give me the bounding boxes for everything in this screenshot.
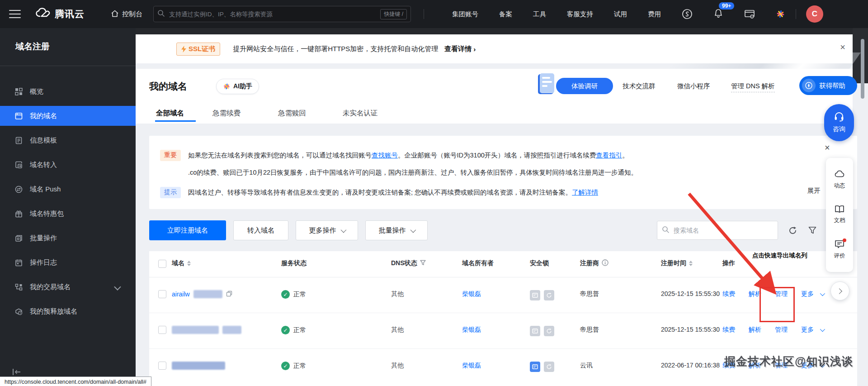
dns-resolve-link[interactable]: 解析 [749, 326, 761, 334]
domain-search-input[interactable] [673, 226, 773, 234]
shortcut-hint: 快捷键 / [380, 9, 407, 19]
manage-dns-link[interactable]: 管理 DNS 解析 [731, 82, 775, 92]
window-icon [14, 112, 23, 120]
collapse-sidebar-icon[interactable] [12, 368, 22, 377]
menu-item-support[interactable]: 客服支持 [567, 10, 593, 19]
banner-details-link[interactable]: 查看详情› [444, 45, 476, 53]
watermark: 掘金技术社区@知识浅谈 [724, 354, 853, 369]
tab-redeem-needed[interactable]: 急需赎回 [278, 109, 306, 118]
more-link[interactable]: 更多 [801, 290, 814, 298]
domain-link[interactable]: airailw [172, 291, 190, 298]
transfer-in-button[interactable]: 转入域名 [233, 220, 288, 240]
sidebar-item-overview[interactable]: 概览 [0, 81, 136, 101]
domain-search-box[interactable] [657, 221, 778, 240]
select-all-checkbox[interactable] [158, 260, 166, 268]
transfer-lock-icon[interactable] [544, 326, 554, 336]
sidebar-item-discount-package[interactable]: 域名特惠包 [0, 204, 136, 224]
table-toolbar: 立即注册域名 转入域名 更多操作 批量操作 [149, 220, 857, 241]
register-domain-button[interactable]: 立即注册域名 [149, 220, 226, 240]
sidebar-item-prerelease-domains[interactable]: 我的预释放域名 [0, 301, 136, 321]
row-checkbox[interactable] [158, 290, 166, 298]
row-checkbox[interactable] [158, 326, 166, 334]
console-link[interactable]: 控制台 [111, 10, 142, 19]
push-icon [14, 185, 23, 193]
refresh-icon[interactable] [788, 225, 797, 235]
tab-unverified[interactable]: 未实名认证 [343, 109, 378, 118]
update-lock-icon[interactable] [530, 290, 540, 300]
sidebar-item-operation-log[interactable]: 操作日志 [0, 253, 136, 272]
owner-link[interactable]: 柴银磊 [462, 290, 481, 298]
transfer-lock-icon[interactable] [544, 290, 554, 300]
mini-program-link[interactable]: 微信小程序 [677, 82, 710, 91]
menu-item-trial[interactable]: 试用 [614, 10, 627, 19]
consult-button[interactable]: 咨询 [824, 104, 854, 141]
info-icon[interactable] [602, 259, 609, 267]
survey-button[interactable]: 体验调研 [556, 78, 613, 94]
sidebar-title: 域名注册 [15, 41, 50, 52]
ai-assistant-button[interactable]: AI助手 [216, 79, 259, 94]
view-guide-link[interactable]: 查看指引 [596, 151, 622, 160]
sidebar-item-domain-push[interactable]: 域名 Push [0, 179, 136, 199]
hamburger-menu-icon[interactable] [9, 10, 21, 18]
sidebar-item-trading-domains[interactable]: 我的交易域名 [0, 277, 136, 297]
manage-link[interactable]: 管理 [775, 326, 788, 334]
tech-group-link[interactable]: 技术交流群 [623, 82, 656, 91]
tencent-cloud-logo[interactable]: 腾讯云 [35, 8, 85, 20]
owner-link[interactable]: 柴银磊 [462, 326, 481, 334]
tab-renewal-needed[interactable]: 急需续费 [212, 109, 241, 118]
sort-icon[interactable] [689, 261, 693, 266]
next-page-button[interactable] [830, 281, 849, 300]
sidebar-item-my-domains[interactable]: 我的域名 [0, 106, 136, 126]
filter-icon[interactable] [420, 260, 426, 267]
sidebar-item-batch-operations[interactable]: 批量操作 [0, 228, 136, 248]
close-icon[interactable]: × [825, 143, 830, 152]
sort-icon[interactable] [187, 261, 191, 266]
update-lock-icon[interactable] [530, 362, 540, 372]
sidebar-item-transfer-in[interactable]: 域名转入 [0, 155, 136, 175]
find-account-link[interactable]: 查找账号 [372, 151, 398, 160]
expand-link[interactable]: 展开 [807, 186, 821, 195]
docs-button[interactable]: 文档 [834, 205, 845, 224]
avatar[interactable]: C [806, 5, 823, 23]
ssl-badge: SSL证书 [176, 43, 220, 56]
console-settings-icon[interactable] [744, 9, 755, 19]
status-bar-url: https://console.cloud.tencent.com/domain… [0, 376, 151, 386]
transfer-lock-icon[interactable] [544, 362, 554, 372]
renew-link[interactable]: 续费 [722, 326, 735, 334]
menu-item-icp[interactable]: 备案 [499, 10, 512, 19]
banner-text: 提升网站安全与信任，一键部署HTTPS加密，支持托管和自动化管理 [233, 45, 438, 53]
global-search-input[interactable] [168, 10, 380, 18]
renew-link[interactable]: 续费 [722, 290, 735, 298]
sidebar-item-info-template[interactable]: 信息模板 [0, 130, 136, 150]
scrollbar-thumb[interactable] [861, 39, 864, 99]
notifications-button[interactable]: 99+ [713, 8, 723, 20]
batch-actions-dropdown[interactable]: 批量操作 [365, 220, 428, 240]
status-ok-icon: ✓ [281, 362, 290, 370]
feed-button[interactable]: 动态 [834, 170, 845, 190]
redacted-domain [172, 362, 225, 370]
search-icon [157, 10, 165, 19]
menu-item-group-account[interactable]: 集团账号 [452, 10, 478, 19]
tab-all-domains[interactable]: 全部域名 [156, 109, 184, 118]
row-checkbox[interactable] [158, 362, 166, 370]
status-ok-icon: ✓ [281, 290, 290, 299]
learn-more-link[interactable]: 了解详情 [572, 188, 598, 197]
menu-item-billing[interactable]: 费用 [648, 10, 661, 19]
feedback-button[interactable]: 评价 [834, 240, 845, 260]
more-link[interactable]: 更多 [801, 326, 814, 334]
notification-dot [843, 238, 846, 242]
feed-icon [835, 170, 844, 180]
copy-icon[interactable] [226, 291, 232, 298]
close-icon[interactable]: × [840, 43, 845, 52]
update-lock-icon[interactable] [530, 326, 540, 336]
page-title: 我的域名 [149, 80, 187, 93]
apps-pinwheel-icon[interactable] [776, 10, 785, 19]
get-help-button[interactable]: 获得帮助 [799, 76, 857, 95]
global-search[interactable]: 快捷键 / [153, 6, 411, 22]
menu-item-tools[interactable]: 工具 [533, 10, 546, 19]
calendar-log-icon [14, 258, 23, 267]
filter-funnel-icon[interactable] [807, 225, 817, 235]
more-actions-dropdown[interactable]: 更多操作 [296, 220, 358, 240]
promo-circle-icon[interactable] [682, 9, 693, 19]
owner-link[interactable]: 柴银磊 [462, 362, 481, 370]
